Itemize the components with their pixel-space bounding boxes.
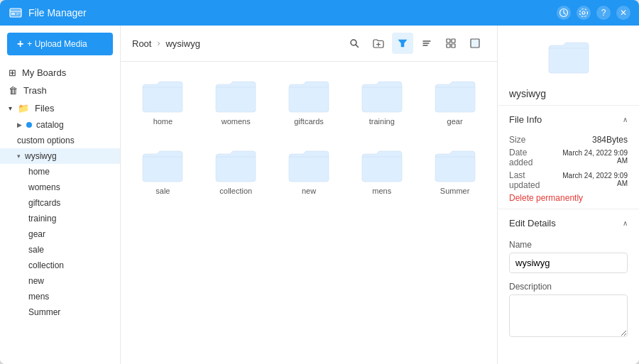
file-info-collapse-icon: ∧ bbox=[623, 116, 628, 123]
giftcards-label: giftcards bbox=[28, 198, 60, 208]
folder-label-giftcards: giftcards bbox=[294, 117, 324, 126]
filter-icon bbox=[398, 38, 408, 48]
womens-label: womens bbox=[28, 182, 60, 192]
files-label: Files bbox=[35, 103, 54, 114]
description-textarea[interactable] bbox=[509, 294, 628, 337]
gear-label: gear bbox=[28, 229, 45, 239]
my-boards-label: My Boards bbox=[22, 67, 66, 78]
folder-icon-giftcards bbox=[288, 79, 330, 113]
tree-item-catalog[interactable]: ▶ catalog bbox=[0, 117, 120, 133]
folder-item-mens[interactable]: mens bbox=[351, 143, 413, 201]
grid-view-icon bbox=[446, 38, 456, 48]
folder-item-giftcards[interactable]: giftcards bbox=[278, 73, 340, 131]
mens-label: mens bbox=[28, 292, 49, 302]
svg-line-9 bbox=[356, 45, 359, 48]
panel-file-info-header[interactable]: File Info ∧ bbox=[498, 106, 639, 133]
catalog-label: catalog bbox=[36, 120, 64, 130]
list-view-icon bbox=[470, 38, 480, 48]
folder-icon-new bbox=[288, 148, 330, 182]
title-bar: File Manager ? ✕ bbox=[0, 0, 639, 26]
training-label: training bbox=[28, 214, 56, 224]
folder-label-new: new bbox=[302, 187, 316, 195]
close-button[interactable]: ✕ bbox=[616, 6, 630, 20]
svg-rect-18 bbox=[447, 44, 450, 48]
folder-item-training[interactable]: training bbox=[351, 73, 413, 131]
new-folder-icon bbox=[373, 38, 384, 48]
file-grid: home womens giftcards bbox=[121, 62, 497, 364]
folder-item-gear[interactable]: gear bbox=[424, 73, 486, 131]
tree-item-womens[interactable]: womens bbox=[0, 180, 120, 195]
boards-icon: ⊞ bbox=[9, 67, 16, 78]
trash-icon: 🗑 bbox=[9, 85, 18, 96]
folder-item-summer[interactable]: Summer bbox=[424, 143, 486, 201]
toolbar-right bbox=[344, 33, 486, 54]
breadcrumb-root[interactable]: Root bbox=[132, 38, 151, 49]
folder-icon-gear bbox=[434, 79, 476, 113]
new-folder-button[interactable] bbox=[368, 33, 389, 54]
panel-file-info-section: File Info ∧ Size 384Bytes Date added Mar… bbox=[498, 105, 639, 209]
settings-button[interactable] bbox=[577, 6, 591, 20]
tree-item-gear[interactable]: gear bbox=[0, 226, 120, 242]
name-input[interactable] bbox=[509, 253, 628, 273]
tree-item-collection[interactable]: collection bbox=[0, 258, 120, 273]
tree-item-new[interactable]: new bbox=[0, 273, 120, 289]
content-area: Root › wysiwyg bbox=[121, 26, 497, 364]
history-button[interactable] bbox=[557, 6, 571, 20]
sidebar-tree: ▶ catalog custom options ▾ wysiwyg home … bbox=[0, 117, 120, 320]
right-panel: wysiwyg File Info ∧ Size 384Bytes Date a… bbox=[497, 26, 639, 364]
panel-edit-details-section: Edit Details ∧ Name Description bbox=[498, 209, 639, 345]
sidebar-item-my-boards[interactable]: ⊞ My Boards bbox=[0, 64, 120, 82]
sale-label: sale bbox=[28, 245, 44, 255]
folder-label-summer: Summer bbox=[440, 187, 470, 195]
filter-button[interactable] bbox=[392, 33, 413, 54]
name-field: Name bbox=[498, 237, 639, 279]
trash-label: Trash bbox=[23, 85, 47, 96]
tree-item-giftcards[interactable]: giftcards bbox=[0, 195, 120, 211]
tree-item-wysiwyg[interactable]: ▾ wysiwyg bbox=[0, 148, 120, 164]
search-icon bbox=[349, 38, 359, 48]
settings-icon bbox=[579, 8, 589, 18]
tree-item-home[interactable]: home bbox=[0, 164, 120, 180]
folder-item-sale[interactable]: sale bbox=[132, 143, 194, 201]
catalog-arrow-icon: ▶ bbox=[17, 121, 22, 128]
folder-icon-collection bbox=[214, 148, 257, 182]
tree-item-summer[interactable]: Summer bbox=[0, 304, 120, 320]
right-panel-title: wysiwyg bbox=[498, 79, 639, 105]
tree-item-sale[interactable]: sale bbox=[0, 242, 120, 258]
folder-icon-mens bbox=[361, 148, 403, 182]
delete-permanently-link[interactable]: Delete permanently bbox=[498, 192, 639, 209]
tree-item-custom-options[interactable]: custom options bbox=[0, 133, 120, 148]
folder-label-home: home bbox=[153, 117, 173, 126]
breadcrumb-current: wysiwyg bbox=[165, 38, 200, 49]
file-info-title: File Info bbox=[509, 114, 542, 125]
home-label: home bbox=[28, 167, 50, 177]
folder-item-home[interactable]: home bbox=[132, 73, 194, 131]
svg-rect-20 bbox=[471, 39, 479, 48]
size-row: Size 384Bytes bbox=[498, 133, 639, 146]
size-value: 384Bytes bbox=[592, 135, 628, 145]
date-added-row: Date added March 24, 2022 9:09 AM bbox=[498, 146, 639, 169]
folder-item-collection[interactable]: collection bbox=[205, 143, 267, 201]
list-view-button[interactable] bbox=[464, 33, 486, 54]
summer-label: Summer bbox=[28, 307, 60, 317]
sidebar-section-files[interactable]: ▾ 📁 Files bbox=[0, 99, 120, 117]
upload-media-button[interactable]: + Upload Media bbox=[7, 33, 113, 55]
folder-item-womens[interactable]: womens bbox=[205, 73, 267, 131]
tree-item-mens[interactable]: mens bbox=[0, 289, 120, 304]
folder-icon-home bbox=[141, 79, 184, 113]
wysiwyg-label: wysiwyg bbox=[25, 151, 57, 161]
sidebar-item-trash[interactable]: 🗑 Trash bbox=[0, 82, 120, 99]
files-arrow-icon: ▾ bbox=[9, 104, 12, 112]
tree-item-training[interactable]: training bbox=[0, 211, 120, 226]
preview-folder-icon bbox=[547, 40, 590, 74]
folder-item-new[interactable]: new bbox=[278, 143, 340, 201]
panel-edit-details-header[interactable]: Edit Details ∧ bbox=[498, 209, 639, 237]
svg-rect-19 bbox=[452, 44, 455, 48]
grid-view-button[interactable] bbox=[440, 33, 462, 54]
sort-icon bbox=[422, 38, 432, 48]
svg-marker-12 bbox=[398, 40, 407, 47]
sort-button[interactable] bbox=[416, 33, 437, 54]
svg-rect-3 bbox=[16, 13, 20, 13]
help-button[interactable]: ? bbox=[596, 6, 611, 20]
search-button[interactable] bbox=[344, 33, 365, 54]
